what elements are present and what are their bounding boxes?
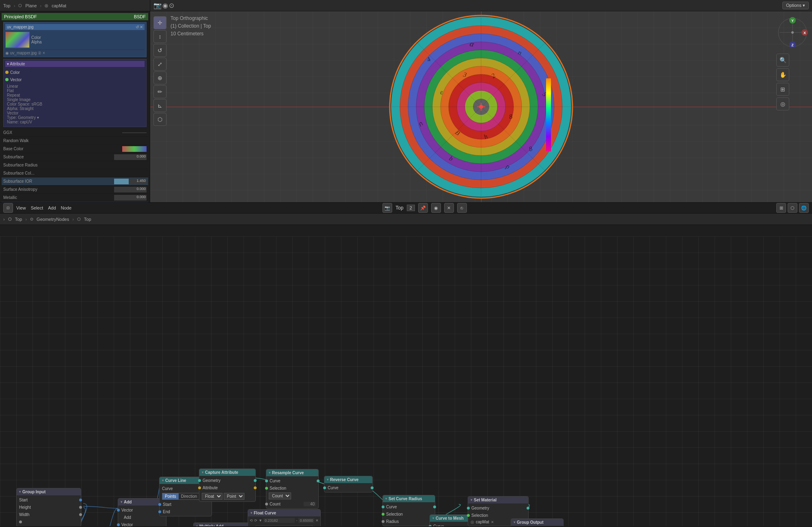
port-start-out [79,499,82,501]
ca1-type-select[interactable]: Float [202,493,222,500]
set-material-title[interactable]: ▾ Set Material [468,497,528,503]
close-icon[interactable]: ✕ [444,203,454,213]
bottom-header: › ⬡ Top › ⊙ GeometryNodes › ⬡ Top [0,214,812,225]
multiply-add-title[interactable]: ▾ Multiply Add [194,523,254,526]
port-extra-out [19,521,22,523]
group-input-title[interactable]: ▾ Group Input [17,488,81,495]
cursor-tool-btn[interactable]: ✛ [153,16,166,29]
prop-subcol: Subsurface Col... [2,169,148,177]
reverse-curve-title[interactable]: ▾ Reverse Curve [324,476,372,483]
annotate-tool-btn[interactable]: ✏ [153,85,166,98]
prop-metallic[interactable]: Metallic 0.000 [2,194,148,202]
header-breadcrumb-plane: Plane [25,3,37,8]
bottom-header-icon1: ⬡ [8,217,12,221]
left-panel-header: Top › ⬡ Plane › ◎ capMat [0,0,150,11]
resample-curve-title[interactable]: ▾ Resample Curve [266,469,318,476]
attribute-node: ▾ Attribute Color Vector Linear Flat Rep… [3,59,147,127]
prop-subsurface[interactable]: Subsurface 0.000 [2,153,148,161]
prop-randomwalk: Random Walk [2,137,148,145]
snap-icon[interactable]: ⎋ [457,203,467,213]
node-type-icon[interactable]: ⊡ [3,203,13,213]
zoom-out-btn[interactable]: ✋ [776,68,789,81]
viewport-canvas[interactable]: 4 n 5 8 b ก ɑ e p 2 3 8 B h [150,11,812,202]
multiply-add-node[interactable]: ▾ Multiply Add Value Multiply Add Value [193,523,254,526]
reverse-curve-node[interactable]: ▾ Reverse Curve Curve [324,476,373,492]
divider-add[interactable]: Add [46,205,58,211]
set-curve-radius-title[interactable]: ▾ Set Curve Radius [383,495,435,502]
principled-bsdf-title: Principled BSDF [4,14,37,19]
move-tool-btn[interactable]: ↕ [153,30,166,43]
material-icon[interactable]: ⬡ [788,203,797,213]
group-input-node[interactable]: ▾ Group Input Start Height Width [16,488,81,526]
measure-tool-btn[interactable]: ⊾ [153,99,166,112]
float-curve-title[interactable]: ▾ Float Curve [248,510,320,516]
grid-btn[interactable]: ⊞ [776,83,789,96]
attr-vector-socket [5,78,9,81]
options-button[interactable]: Options ▾ [782,2,809,9]
bottom-breadcrumb-geonodes: GeometryNodes [37,217,69,222]
prop-specular[interactable]: Specular 0.500 [2,202,148,202]
svg-text:Z: Z [791,43,794,47]
svg-text:Y: Y [791,19,794,23]
attribute-node-title[interactable]: ▾ Attribute [5,61,145,67]
viewport-3d[interactable]: 📷 ◉ ⊙ Options ▾ ✛ ↕ ↺ ⤢ ⊕ ✏ ⊾ ⬡ Top Orth… [150,0,812,202]
principled-bsdf-header[interactable]: Principled BSDF BSDF [2,13,148,20]
prop-subior[interactable]: Subsurface IOR 1.450 [2,177,148,186]
seg-points[interactable]: Points [162,493,179,499]
float-curve-preview[interactable] [256,525,313,526]
zoom-in-btn[interactable]: 🔍 [776,54,789,67]
nav-gizmo[interactable]: Y X Z [776,16,809,49]
header-breadcrumb-capmat: capMat [52,3,66,8]
uv-mapper-node: uv_mapper.jpg ↺ ✕ Color Alpha ◉ uv_mappe… [3,22,147,57]
add-tool-btn[interactable]: ⬡ [153,113,166,126]
uv-node-btn1[interactable]: ↺ [136,25,139,29]
viewport-shading-icon: ◉ [162,2,168,9]
right-icons: Y X Z 🔍 ✋ ⊞ ◎ [776,16,809,110]
scale-tool-btn[interactable]: ⤢ [153,58,166,71]
camera-align-btn[interactable]: ◎ [776,97,789,110]
prop-subradius: Subsurface Radius [2,161,148,169]
ca1-domain-select[interactable]: Point [224,493,244,500]
page-number: 2 [407,205,415,211]
float-curve-node[interactable]: ▾ Float Curve ⟲ ⟳ ▼ 0.23182 - 0.65000 ✕ [248,509,321,526]
svg-rect-53 [546,78,551,151]
seg-direction[interactable]: Direction [179,493,199,499]
base-color-swatch[interactable] [122,146,147,152]
resample-type[interactable]: Count [269,492,291,499]
capture-attribute-1-node[interactable]: ▾ Capture Attribute Geometry Attribute F… [199,469,256,502]
connections-svg [0,236,812,526]
node-canvas[interactable]: ▾ Group Input Start Height Width [0,236,812,526]
group-output-node[interactable]: ▾ Group Output Mesh UV [511,518,564,526]
capmat-close[interactable]: ✕ [491,520,494,524]
set-curve-radius-node[interactable]: ▾ Set Curve Radius Curve Selection Radiu… [382,495,435,526]
collection-text: (1) Collection | Top [171,22,211,30]
viewport-overlay-icon: ⊙ [169,2,174,9]
principled-bsdf-label: BSDF [134,14,146,19]
bottom-breadcrumb-top: Top [15,217,22,222]
pin-icon[interactable]: 📌 [418,203,428,213]
left-panel: Top › ⬡ Plane › ◎ capMat Principled BSDF… [0,0,150,202]
divider-view[interactable]: View [15,205,28,211]
prop-surfaniso[interactable]: Surface Anisotropy 0.000 [2,186,148,194]
disc-visualization: 4 n 5 8 b ก ɑ e p 2 3 8 B h [388,13,574,200]
world-icon[interactable]: 🌐 [799,203,809,213]
header-breadcrumb-top: Top [3,3,11,8]
resample-curve-node[interactable]: ▾ Resample Curve Curve Selection Count [266,469,319,509]
uv-mapper-title[interactable]: uv_mapper.jpg ↺ ✕ [5,24,145,30]
uv-node-btn2[interactable]: ✕ [140,25,143,29]
render-icon[interactable]: 📷 [382,203,392,213]
rotate-tool-btn[interactable]: ↺ [153,44,166,57]
prop-ggx: GGX [2,129,148,137]
float-curve-close[interactable]: ✕ [315,518,319,523]
output-icon[interactable]: ⊞ [776,203,786,213]
capture-attr-1-title[interactable]: ▾ Capture Attribute [199,469,255,476]
transform-tool-btn[interactable]: ⊕ [153,71,166,84]
group-output-title[interactable]: ▾ Group Output [511,519,563,526]
svg-point-9 [791,31,794,34]
bottom-section[interactable]: ▾ Group Input Start Height Width [0,225,812,526]
divider-node[interactable]: Node [59,205,73,211]
divider-select[interactable]: Select [29,205,45,211]
svg-text:X: X [803,31,806,35]
overlay-icon[interactable]: ◉ [431,203,441,213]
prop-basecolor: Base Color [2,145,148,153]
